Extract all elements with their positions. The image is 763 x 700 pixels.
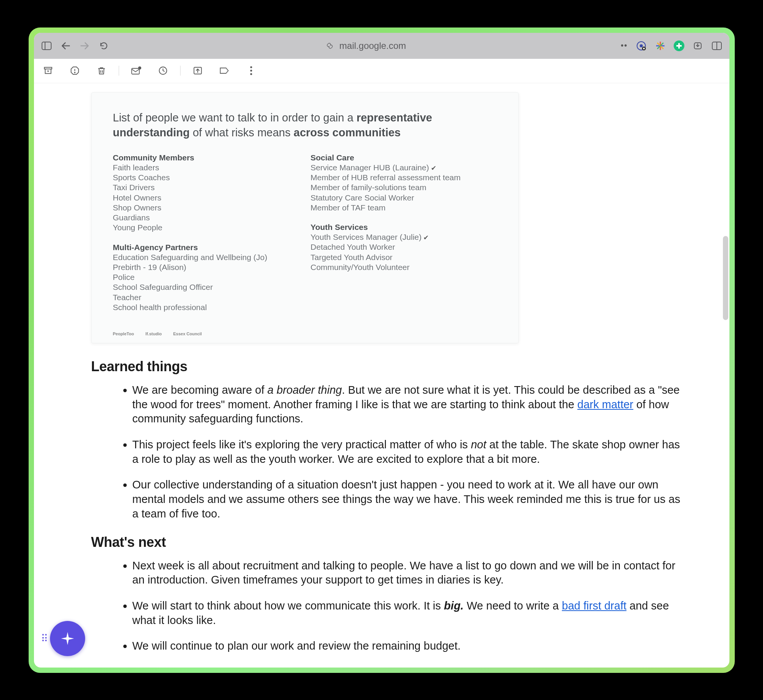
- list-item: Next week is all about recruitment and t…: [132, 559, 687, 587]
- people-group: Youth ServicesYouth Services Manager (Ju…: [311, 223, 497, 272]
- reload-icon[interactable]: [98, 40, 110, 52]
- card-footer: PeopleTooIf.studioEssex Council: [113, 331, 497, 336]
- card-title-text: of what risks means: [190, 126, 294, 139]
- downloads-icon[interactable]: [692, 40, 703, 52]
- bullet-list: We are becoming aware of a broader thing…: [132, 383, 694, 521]
- card-right-column: Social CareService Manager HUB (Lauraine…: [311, 152, 497, 322]
- group-item: Youth Services Manager (Julie): [311, 232, 497, 242]
- group-item: Member of TAF team: [311, 203, 497, 213]
- window-frame: mail.google.com ••: [29, 27, 735, 673]
- group-item: Guardians: [113, 213, 299, 223]
- people-group: Social CareService Manager HUB (Lauraine…: [311, 153, 497, 213]
- people-group: Community MembersFaith leadersSports Coa…: [113, 153, 299, 233]
- mark-unread-icon[interactable]: [131, 65, 142, 76]
- extension-3-icon[interactable]: [674, 40, 684, 51]
- text-run: We will start to think about how we comm…: [132, 600, 444, 612]
- svg-point-31: [250, 73, 252, 75]
- card-footer-item: If.studio: [145, 331, 162, 336]
- group-item: Young People: [113, 223, 299, 233]
- svg-point-29: [250, 66, 252, 68]
- bullet-list: Next week is all about recruitment and t…: [132, 559, 694, 653]
- group-item: Member of family-solutions team: [311, 183, 497, 192]
- text-run: We will continue to plan our work and re…: [132, 640, 461, 652]
- lock-icon: [324, 40, 336, 52]
- text-run: Next week is all about recruitment and t…: [132, 559, 676, 586]
- svg-point-30: [250, 70, 252, 72]
- spam-icon[interactable]: [69, 65, 81, 76]
- group-item: Service Manager HUB (Lauraine): [311, 163, 497, 173]
- section-heading-next: What's next: [91, 534, 694, 550]
- group-item: Detached Youth Worker: [311, 242, 497, 252]
- card-footer-item: PeopleToo: [113, 331, 134, 336]
- emphasis-text: big.: [444, 600, 464, 612]
- list-item: This project feels like it's exploring t…: [132, 438, 687, 466]
- window-inner: mail.google.com ••: [34, 33, 729, 668]
- group-item: Member of HUB referral assessment team: [311, 173, 497, 183]
- group-item: School health professional: [113, 302, 299, 312]
- text-run: We need to write a: [464, 600, 562, 612]
- group-item: Sports Coaches: [113, 173, 299, 183]
- svg-rect-0: [42, 42, 51, 50]
- content-area: List of people we want to talk to in ord…: [34, 83, 729, 668]
- toolbar-divider: [119, 66, 119, 76]
- text-run: We are becoming aware of: [132, 384, 268, 396]
- extension-2-icon[interactable]: [655, 40, 666, 52]
- list-item: We are becoming aware of a broader thing…: [132, 383, 687, 426]
- group-item: Shop Owners: [113, 203, 299, 213]
- sidebar-toggle-icon[interactable]: [41, 40, 52, 52]
- scrollbar[interactable]: [723, 236, 728, 320]
- url-text[interactable]: mail.google.com: [339, 40, 406, 51]
- compose-fab[interactable]: ⠿: [50, 621, 85, 656]
- group-heading: Social Care: [311, 153, 497, 162]
- tabs-icon[interactable]: [711, 40, 723, 52]
- group-item: School Safeguarding Officer: [113, 282, 299, 292]
- drag-dots-icon: ⠿: [41, 636, 47, 641]
- password-indicator: ••: [621, 41, 627, 50]
- browser-chrome: mail.google.com ••: [34, 33, 729, 59]
- group-item: Statutory Care Social Worker: [311, 193, 497, 203]
- snooze-icon[interactable]: [157, 65, 169, 76]
- mail-toolbar: [34, 59, 729, 83]
- card-title-text: List of people we want to talk to in ord…: [113, 112, 356, 124]
- group-item: Education Safeguarding and Wellbeing (Jo…: [113, 252, 299, 262]
- group-item: Prebirth - 19 (Alison): [113, 262, 299, 272]
- inline-link[interactable]: dark matter: [577, 398, 634, 411]
- label-icon[interactable]: [219, 65, 230, 76]
- forward-icon[interactable]: [79, 40, 90, 52]
- list-item: Our collective understanding of a situat…: [132, 478, 687, 521]
- card-footer-item: Essex Council: [173, 331, 202, 336]
- svg-rect-13: [676, 45, 682, 47]
- card-left-column: Community MembersFaith leadersSports Coa…: [113, 152, 299, 322]
- group-item: Police: [113, 272, 299, 282]
- move-to-icon[interactable]: [192, 65, 203, 76]
- group-heading: Multi-Agency Partners: [113, 243, 299, 252]
- people-group: Multi-Agency PartnersEducation Safeguard…: [113, 243, 299, 313]
- extension-1-icon[interactable]: [636, 40, 647, 52]
- group-heading: Youth Services: [311, 223, 497, 232]
- sparkle-icon: [59, 630, 76, 647]
- back-icon[interactable]: [60, 40, 71, 52]
- svg-rect-24: [132, 68, 139, 74]
- more-icon[interactable]: [245, 65, 257, 76]
- document-body: Learned things We are becoming aware of …: [91, 359, 694, 653]
- group-item: Taxi Drivers: [113, 183, 299, 192]
- list-item: We will continue to plan our work and re…: [132, 639, 687, 653]
- svg-point-5: [640, 44, 643, 47]
- card-title-bold: across communities: [294, 126, 400, 139]
- archive-icon[interactable]: [42, 65, 54, 76]
- italic-text: not: [471, 438, 486, 451]
- card-title: List of people we want to talk to in ord…: [113, 110, 497, 140]
- trash-icon[interactable]: [96, 65, 107, 76]
- italic-text: a broader thing: [268, 384, 342, 396]
- list-item: We will start to think about how we comm…: [132, 599, 687, 627]
- inline-link[interactable]: bad first draft: [562, 600, 626, 612]
- group-item: Faith leaders: [113, 163, 299, 173]
- people-list-card: List of people we want to talk to in ord…: [91, 92, 519, 344]
- group-item: Targeted Youth Advisor: [311, 252, 497, 262]
- svg-point-25: [138, 66, 141, 70]
- toolbar-divider: [180, 66, 181, 76]
- text-run: This project feels like it's exploring t…: [132, 438, 471, 451]
- svg-rect-7: [643, 48, 645, 49]
- group-item: Hotel Owners: [113, 193, 299, 203]
- svg-rect-18: [44, 67, 52, 69]
